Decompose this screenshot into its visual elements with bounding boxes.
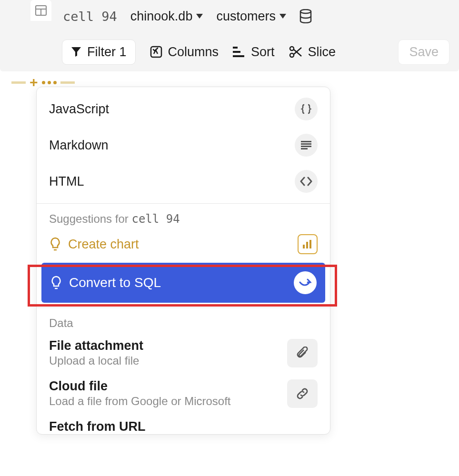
svg-rect-18: [306, 242, 308, 248]
cell-type-menu: JavaScript Markdown HTML Suggestions for…: [36, 87, 330, 435]
slice-label: Slice: [308, 45, 336, 60]
database-icon[interactable]: [299, 9, 312, 23]
angle-brackets-icon: [295, 170, 318, 193]
svg-rect-13: [301, 143, 311, 145]
paperclip-icon: [287, 339, 318, 367]
suggestion-create-chart[interactable]: Create chart: [37, 228, 330, 260]
suggestion-convert-to-sql[interactable]: Convert to SQL: [41, 263, 325, 303]
svg-rect-7: [233, 55, 244, 57]
menu-item-label: JavaScript: [49, 102, 109, 117]
data-item-fetch-url[interactable]: Fetch from URL: [37, 414, 330, 434]
lightbulb-icon: [49, 237, 61, 251]
svg-point-8: [290, 47, 294, 50]
sort-icon: [233, 47, 245, 57]
svg-rect-19: [309, 240, 311, 248]
table-tab-icon[interactable]: [30, 0, 51, 21]
data-item-title: Fetch from URL: [49, 419, 146, 434]
columns-icon: [150, 46, 162, 58]
convert-arrow-icon: [294, 271, 317, 294]
filter-button[interactable]: Filter 1: [62, 40, 136, 65]
columns-label: Columns: [168, 45, 219, 60]
braces-icon: [295, 98, 318, 120]
menu-item-label: Markdown: [49, 138, 109, 153]
scissors-icon: [289, 46, 302, 58]
svg-rect-17: [303, 245, 305, 248]
cell-label: cell 94: [63, 9, 117, 24]
chevron-down-icon: [279, 14, 286, 19]
lightbulb-icon: [50, 276, 62, 290]
strip-dash: [60, 81, 75, 84]
sort-label: Sort: [251, 45, 275, 60]
data-item-cloud-file[interactable]: Cloud file Load a file from Google or Mi…: [37, 373, 330, 414]
chart-icon: [298, 234, 318, 254]
strip-dash: [11, 81, 26, 84]
toolbar: Filter 1 Columns Sort Slice Save: [0, 32, 459, 71]
data-item-title: File attachment: [49, 338, 143, 353]
text-lines-icon: [295, 134, 318, 157]
more-dots-icon[interactable]: [42, 81, 57, 84]
menu-item-javascript[interactable]: JavaScript: [37, 91, 330, 127]
suggestions-heading: Suggestions for cell 94: [37, 204, 330, 228]
svg-rect-5: [233, 47, 238, 49]
filter-icon: [71, 47, 81, 57]
slice-button[interactable]: Slice: [289, 45, 336, 60]
table-selector-label: customers: [216, 9, 276, 24]
filter-label: Filter 1: [87, 45, 127, 60]
data-heading: Data: [37, 308, 330, 333]
svg-point-9: [290, 53, 294, 57]
db-selector-label: chinook.db: [130, 9, 193, 24]
suggestion-label: Create chart: [68, 237, 139, 252]
data-item-subtitle: Load a file from Google or Microsoft: [49, 395, 231, 408]
svg-rect-6: [233, 51, 240, 53]
suggestion-label: Convert to SQL: [69, 275, 161, 290]
sort-button[interactable]: Sort: [233, 45, 275, 60]
columns-button[interactable]: Columns: [150, 45, 219, 60]
link-icon: [287, 379, 318, 408]
data-item-title: Cloud file: [49, 379, 231, 394]
svg-rect-15: [301, 148, 308, 149]
header: cell 94 chinook.db customers: [0, 0, 459, 32]
db-selector[interactable]: chinook.db: [130, 9, 203, 24]
chevron-down-icon: [196, 14, 203, 19]
table-selector[interactable]: customers: [216, 9, 286, 24]
data-item-file-attachment[interactable]: File attachment Upload a local file: [37, 333, 330, 373]
menu-item-label: HTML: [49, 174, 84, 189]
menu-item-html[interactable]: HTML: [37, 163, 330, 199]
data-item-subtitle: Upload a local file: [49, 354, 143, 367]
save-button[interactable]: Save: [398, 40, 449, 65]
svg-rect-12: [301, 141, 311, 142]
add-cell-plus-icon[interactable]: +: [30, 74, 38, 90]
svg-point-3: [300, 10, 311, 13]
menu-item-markdown[interactable]: Markdown: [37, 127, 330, 163]
svg-rect-14: [301, 146, 311, 147]
